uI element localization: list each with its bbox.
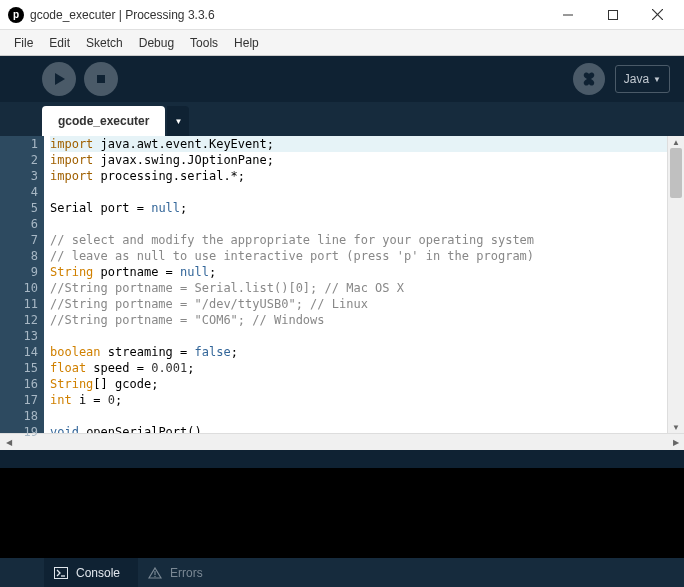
code-line[interactable]: int i = 0; [50,392,667,408]
line-number: 10 [0,280,38,296]
line-number: 3 [0,168,38,184]
code-line[interactable]: //String portname = "/dev/ttyUSB0"; // L… [50,296,667,312]
minimize-icon [563,10,573,20]
code-line[interactable] [50,184,667,200]
code-line[interactable]: //String portname = "COM6"; // Windows [50,312,667,328]
code-line[interactable]: import processing.serial.*; [50,168,667,184]
menu-file[interactable]: File [6,32,41,54]
window-close-button[interactable] [635,0,680,30]
svg-rect-5 [97,75,105,83]
line-number: 12 [0,312,38,328]
svg-rect-6 [55,567,68,578]
horizontal-scrollbar[interactable]: ◀ ▶ [0,433,684,450]
window-minimize-button[interactable] [545,0,590,30]
stop-button[interactable] [84,62,118,96]
line-number: 18 [0,408,38,424]
line-number: 6 [0,216,38,232]
menu-sketch[interactable]: Sketch [78,32,131,54]
warning-icon [148,567,162,579]
code-line[interactable]: // leave as null to use interactive port… [50,248,667,264]
bottom-tab-bar: Console Errors [0,558,684,587]
code-editor[interactable]: 12345678910111213141516171819 import jav… [0,136,684,433]
line-number: 1 [0,136,38,152]
window-maximize-button[interactable] [590,0,635,30]
line-number: 14 [0,344,38,360]
line-number: 17 [0,392,38,408]
app-icon: p [8,7,24,23]
window-title: gcode_executer | Processing 3.3.6 [30,8,215,22]
tab-bar: gcode_executer ▼ [0,102,684,136]
errors-tab[interactable]: Errors [138,558,221,587]
code-line[interactable]: void openSerialPort() [50,424,667,433]
scrollbar-arrow-right-icon[interactable]: ▶ [667,434,684,450]
toolbar: Java ▼ [0,56,684,102]
sketch-tab[interactable]: gcode_executer [42,106,165,136]
close-icon [652,9,663,20]
svg-rect-1 [608,10,617,19]
chevron-down-icon: ▼ [174,117,182,126]
menu-edit[interactable]: Edit [41,32,78,54]
code-line[interactable]: String[] gcode; [50,376,667,392]
mode-selector-label: Java [624,72,649,86]
console-tab[interactable]: Console [44,558,138,587]
line-number: 7 [0,232,38,248]
code-line[interactable] [50,328,667,344]
menu-debug[interactable]: Debug [131,32,182,54]
line-number: 5 [0,200,38,216]
scrollbar-track[interactable] [17,434,667,450]
code-line[interactable]: float speed = 0.001; [50,360,667,376]
svg-point-10 [154,575,155,576]
vertical-scrollbar[interactable]: ▲ ▼ [667,136,684,433]
play-icon [52,72,66,86]
line-number: 9 [0,264,38,280]
chevron-down-icon: ▼ [653,75,661,84]
scrollbar-arrow-up-icon[interactable]: ▲ [668,136,684,148]
line-number: 4 [0,184,38,200]
line-number: 8 [0,248,38,264]
code-line[interactable]: boolean streaming = false; [50,344,667,360]
stop-icon [94,72,108,86]
code-line[interactable]: String portname = null; [50,264,667,280]
code-line[interactable]: //String portname = Serial.list()[0]; //… [50,280,667,296]
line-number: 13 [0,328,38,344]
code-line[interactable]: import javax.swing.JOptionPane; [50,152,667,168]
svg-marker-4 [55,73,65,85]
debug-toggle-button[interactable] [573,63,605,95]
code-line[interactable] [50,408,667,424]
line-number: 15 [0,360,38,376]
menu-bar: File Edit Sketch Debug Tools Help [0,30,684,56]
menu-tools[interactable]: Tools [182,32,226,54]
code-line[interactable]: import java.awt.event.KeyEvent; [50,136,667,152]
console-output[interactable] [0,468,684,558]
scrollbar-arrow-down-icon[interactable]: ▼ [668,421,684,433]
tab-menu-button[interactable]: ▼ [167,106,189,136]
errors-tab-label: Errors [170,566,203,580]
mode-selector[interactable]: Java ▼ [615,65,670,93]
line-number: 11 [0,296,38,312]
menu-help[interactable]: Help [226,32,267,54]
line-number: 2 [0,152,38,168]
window-titlebar: p gcode_executer | Processing 3.3.6 [0,0,684,30]
maximize-icon [608,10,618,20]
console-divider[interactable] [0,450,684,468]
line-number: 19 [0,424,38,440]
line-number: 16 [0,376,38,392]
console-tab-label: Console [76,566,120,580]
run-button[interactable] [42,62,76,96]
console-icon [54,567,68,579]
code-area[interactable]: import java.awt.event.KeyEvent;import ja… [44,136,667,433]
code-line[interactable]: Serial port = null; [50,200,667,216]
code-line[interactable]: // select and modify the appropriate lin… [50,232,667,248]
scrollbar-thumb[interactable] [670,148,682,198]
sketch-tab-label: gcode_executer [58,114,149,128]
code-line[interactable] [50,216,667,232]
line-number-gutter: 12345678910111213141516171819 [0,136,44,433]
butterfly-icon [581,71,597,87]
